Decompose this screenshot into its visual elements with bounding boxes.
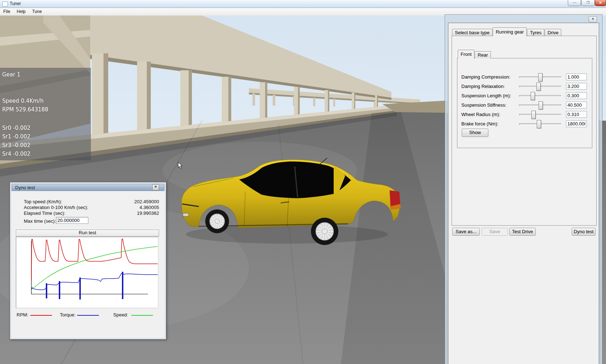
panel-tabs: Select base typeRunning gearTyresDrive bbox=[452, 27, 562, 36]
titlebar[interactable]: Tuner — ❐ ✕ bbox=[0, 0, 606, 8]
tab-front[interactable]: Front bbox=[458, 50, 474, 59]
legend-label: Speed: bbox=[113, 312, 128, 318]
dyno-stat-value: 202.459000 bbox=[134, 199, 159, 204]
slider-thumb[interactable] bbox=[531, 92, 535, 100]
front-wheel bbox=[205, 209, 229, 233]
run-test-button[interactable]: Run test bbox=[16, 230, 159, 236]
tab-drive[interactable]: Drive bbox=[545, 29, 561, 36]
slider-value-field[interactable] bbox=[566, 92, 587, 99]
tab-rear[interactable]: Rear bbox=[475, 51, 491, 58]
hud-slip-line: Sr1 -0.002 bbox=[2, 133, 30, 140]
tab-tyres[interactable]: Tyres bbox=[527, 29, 544, 36]
dyno-stat-row: Elapsed Time (sec):19.990362 bbox=[10, 210, 166, 216]
dyno-chart bbox=[16, 237, 158, 308]
hud-speed: Speed 0.4Km/h bbox=[2, 98, 44, 104]
hud-slip-line: Sr0 -0.002 bbox=[2, 125, 30, 131]
slider-row: Damping Relaxation: bbox=[448, 82, 600, 91]
legend-line-swatch bbox=[131, 315, 153, 316]
show-button[interactable]: Show bbox=[462, 129, 488, 137]
slider-thumb[interactable] bbox=[536, 83, 541, 91]
slider-thumb[interactable] bbox=[531, 111, 536, 119]
hud-slip-line: Sr3 -0.002 bbox=[2, 142, 30, 148]
dyno-test-button[interactable]: Dyno test bbox=[572, 228, 596, 236]
legend-line-swatch bbox=[30, 315, 52, 316]
legend-label: RPM: bbox=[17, 312, 28, 318]
dyno-stat-label: Acceleration 0-100 Km/h (sec): bbox=[24, 205, 88, 210]
dyno-stat-value: 19.990362 bbox=[137, 210, 159, 216]
slider-label: Damping Relaxation: bbox=[461, 84, 505, 89]
menu-item-tune[interactable]: Tune bbox=[29, 8, 45, 15]
hud-overlay: Gear 1 Speed 0.4Km/h RPM 529.643188 Sr0 … bbox=[0, 68, 91, 160]
tab-select-base-type[interactable]: Select base type bbox=[452, 29, 492, 36]
hud-slip-line: Sr4 -0.002 bbox=[2, 151, 30, 157]
window-title: Tuner bbox=[10, 1, 21, 6]
dyno-stat-value: 4.360005 bbox=[140, 205, 159, 210]
maximize-button[interactable]: ❐ bbox=[581, 0, 595, 6]
slider-value-field[interactable] bbox=[566, 102, 587, 108]
tuning-panel-window: ✕ Select base typeRunning gearTyresDrive… bbox=[445, 14, 602, 364]
slider-value-field[interactable] bbox=[566, 120, 587, 127]
slider-label: Suspension Stiffness: bbox=[461, 102, 506, 108]
slider-label: Brake force (Nm): bbox=[461, 121, 499, 126]
tab-running-gear[interactable]: Running gear bbox=[493, 27, 527, 36]
close-button[interactable]: ✕ bbox=[595, 0, 606, 6]
hud-gear: Gear 1 bbox=[2, 71, 21, 78]
dyno-dialog-title: Dyno test bbox=[15, 185, 35, 190]
max-time-input[interactable] bbox=[56, 217, 88, 224]
legend-line-swatch bbox=[77, 315, 99, 316]
chart-series-speed bbox=[31, 247, 158, 290]
slider-label: Wheel Radius (m): bbox=[461, 112, 500, 117]
dyno-dialog-close-icon[interactable]: ✕ bbox=[152, 184, 159, 190]
menu-item-file[interactable]: File bbox=[0, 8, 13, 15]
dyno-dialog-titlebar[interactable]: Dyno test bbox=[12, 184, 164, 191]
dyno-stat-row: Acceleration 0-100 Km/h (sec):4.360005 bbox=[10, 205, 166, 210]
dyno-test-dialog: Dyno test ✕ Top speed (Km/h):202.459000A… bbox=[10, 182, 166, 339]
panel-close-icon[interactable]: ✕ bbox=[589, 16, 597, 22]
menu-item-help[interactable]: Help bbox=[13, 8, 29, 15]
save-as--button[interactable]: Save as... bbox=[452, 228, 480, 236]
app-icon bbox=[2, 1, 8, 6]
dyno-stat-label: Top speed (Km/h): bbox=[24, 199, 62, 204]
slider-value-field[interactable] bbox=[566, 74, 587, 80]
dyno-stat-row: Top speed (Km/h):202.459000 bbox=[10, 199, 166, 204]
slider-value-field[interactable] bbox=[566, 83, 587, 90]
slider-label: Suspension Length (m): bbox=[461, 93, 511, 98]
slider-row: Suspension Stiffness: bbox=[448, 101, 600, 110]
slider-row: Brake force (Nm): bbox=[448, 119, 600, 129]
slider-row: Wheel Radius (m): bbox=[448, 110, 600, 119]
mouse-cursor-icon bbox=[178, 162, 183, 169]
slider-thumb[interactable] bbox=[539, 101, 543, 110]
app-window: Tuner — ❐ ✕ FileHelpTune bbox=[0, 0, 606, 364]
legend-label: Torque: bbox=[60, 312, 75, 318]
slider-thumb[interactable] bbox=[537, 120, 541, 128]
slider-label: Damping Compression: bbox=[461, 74, 510, 80]
slider-row: Damping Compression: bbox=[448, 72, 600, 82]
slider-track[interactable] bbox=[519, 95, 562, 97]
test-drive-button[interactable]: Test Drive bbox=[509, 228, 536, 236]
front-rear-tabs: FrontRear bbox=[458, 49, 491, 58]
slider-thumb[interactable] bbox=[538, 73, 543, 81]
max-time-label: Max time (sec): bbox=[24, 218, 56, 224]
hud-rpm: RPM 529.643188 bbox=[2, 106, 48, 113]
minimize-button[interactable]: — bbox=[568, 0, 581, 6]
tuning-panel: Select base typeRunning gearTyresDrive F… bbox=[448, 23, 599, 364]
chart-axes bbox=[31, 241, 148, 294]
save-button: Save bbox=[482, 228, 508, 236]
dyno-stat-label: Elapsed Time (sec): bbox=[24, 210, 65, 216]
slider-track[interactable] bbox=[519, 114, 562, 116]
rear-wheel bbox=[311, 218, 338, 245]
slider-row: Suspension Length (m): bbox=[448, 91, 600, 101]
slider-value-field[interactable] bbox=[566, 111, 587, 118]
